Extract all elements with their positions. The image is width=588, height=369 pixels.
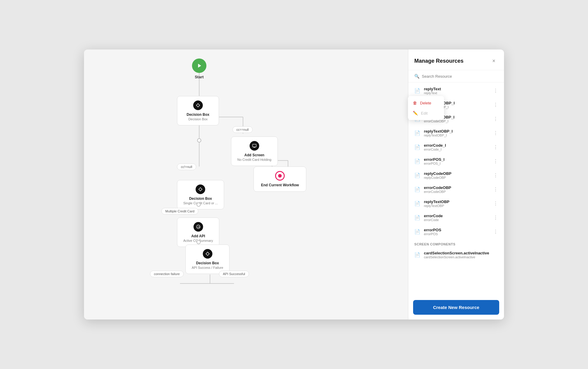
decision-box-2-title: Decision Box xyxy=(183,196,218,201)
connector-3 xyxy=(196,240,201,244)
resource-file-icon: 📄 xyxy=(414,229,420,235)
api-successful-label: API Successful xyxy=(219,271,249,277)
resource-text: errorCode_I errorCode_I xyxy=(424,143,490,151)
resource-text: errorPOS_I errorPOS_I xyxy=(424,157,490,165)
connector-2 xyxy=(196,202,201,207)
resource-item[interactable]: 📄 replyCodeOBP replyCodeOBP ⋮ xyxy=(408,168,504,182)
edit-label: Edit xyxy=(421,111,428,116)
add-screen-node[interactable]: Add Screen No Credit Card Holding xyxy=(231,136,278,166)
resource-text: errorCode errorCode xyxy=(424,214,490,222)
resource-name: errorCode_I xyxy=(424,143,490,148)
decision-box-1[interactable]: Decision Box Decision Box xyxy=(177,96,219,125)
panel-title: Manage Resources xyxy=(414,58,464,64)
workflow-svg xyxy=(84,50,408,320)
resource-more-button[interactable]: ⋮ xyxy=(493,187,498,192)
decision-icon-1 xyxy=(193,100,203,110)
resource-more-button[interactable]: ⋮ xyxy=(493,201,498,206)
resource-more-button[interactable]: ⋮ xyxy=(493,88,498,94)
end-workflow-title: End Current Workflow xyxy=(261,183,299,187)
resource-more-button[interactable]: ⋮ xyxy=(493,102,498,108)
edit-icon: ✏️ xyxy=(413,111,418,116)
resource-file-icon: 📄 xyxy=(414,158,420,164)
resource-sub: errorCodeOBP xyxy=(424,190,490,194)
resource-sub: errorCode_I xyxy=(424,148,490,151)
context-delete[interactable]: 🗑 Delete xyxy=(408,98,444,108)
start-node: Start xyxy=(192,58,206,79)
resource-file-icon: 📄 xyxy=(414,172,420,178)
resource-more-button[interactable]: ⋮ xyxy=(493,158,498,164)
resource-file-icon: 📄 xyxy=(414,130,420,136)
resource-name: errorCode xyxy=(424,214,490,218)
resource-name: errorPOS xyxy=(424,228,490,232)
resource-sub: errorPOS xyxy=(424,232,490,236)
resource-sub: replyTextOBP_I xyxy=(424,134,490,137)
start-label: Start xyxy=(195,75,204,79)
resource-more-button[interactable]: ⋮ xyxy=(493,130,498,136)
screen-component-sub: cardSelectionScreen.activeInactive xyxy=(424,255,498,259)
resource-more-button[interactable]: ⋮ xyxy=(493,172,498,178)
resource-sub: replyText xyxy=(424,91,490,95)
end-icon-inner xyxy=(278,174,282,178)
add-screen-subtitle: No Credit Card Holding xyxy=(237,158,272,161)
resource-text: replyText replyText xyxy=(424,87,490,95)
svg-marker-17 xyxy=(198,64,201,68)
canvas-area[interactable]: Start Decision Box Decision Box cc==null… xyxy=(84,50,408,320)
resource-item[interactable]: 📄 errorCode_I errorCode_I ⋮ xyxy=(408,140,504,154)
create-resource-button[interactable]: Create New Resource xyxy=(413,300,499,315)
resource-file-icon: 📄 xyxy=(414,144,420,150)
svg-text:API: API xyxy=(197,226,200,228)
resource-more-button[interactable]: ⋮ xyxy=(493,116,498,122)
resource-more-button[interactable]: ⋮ xyxy=(493,215,498,220)
resource-item[interactable]: 📄 errorPOS errorPOS ⋮ xyxy=(408,225,504,239)
screen-icon xyxy=(250,141,259,151)
resource-more-button[interactable]: ⋮ xyxy=(493,229,498,235)
panel-header: Manage Resources × xyxy=(408,50,504,70)
resource-item[interactable]: 📄 replyText replyText ⋮ xyxy=(408,84,504,98)
search-icon: 🔍 xyxy=(414,74,419,79)
resource-item[interactable]: 📄 replyTextOBP_I replyTextOBP_I ⋮ xyxy=(408,126,504,140)
context-edit[interactable]: ✏️ Edit xyxy=(408,108,444,118)
screen-component-name: cardSelectionScreen.activeInactive xyxy=(424,251,498,255)
resource-file-icon: 📄 xyxy=(414,215,420,220)
multiple-cc-label: Multiple Credit Card xyxy=(161,208,198,214)
svg-rect-18 xyxy=(253,144,256,147)
delete-icon: 🗑 xyxy=(413,100,417,105)
resource-item[interactable]: 📄 errorPOS_I errorPOS_I ⋮ xyxy=(408,154,504,168)
resource-text: errorCodeOBP errorCodeOBP xyxy=(424,185,490,194)
screen-component-icon: 📄 xyxy=(414,252,420,258)
resource-sub: errorCode xyxy=(424,218,490,222)
app-container: Start Decision Box Decision Box cc==null… xyxy=(84,50,504,320)
resource-file-icon: 📄 xyxy=(414,201,420,206)
resource-sub: replyTextOBP xyxy=(424,204,490,208)
resource-text: errorPOS errorPOS xyxy=(424,228,490,236)
screen-component-text: cardSelectionScreen.activeInactive cardS… xyxy=(424,251,498,259)
decision-box-1-subtitle: Decision Box xyxy=(183,117,213,121)
resource-sub: errorPOS_I xyxy=(424,162,490,165)
add-api-title: Add API xyxy=(183,234,213,238)
connector-1 xyxy=(197,138,201,142)
resource-name: replyText xyxy=(424,87,490,91)
screen-component-item[interactable]: 📄 cardSelectionScreen.activeInactive car… xyxy=(408,248,504,262)
decision-box-3[interactable]: Decision Box API Success / Failure xyxy=(185,244,230,274)
resource-name: errorPOS_I xyxy=(424,157,490,162)
resource-item[interactable]: 📄 replyTextOBP replyTextOBP ⋮ xyxy=(408,196,504,211)
cc-null-label-1: cc==null xyxy=(232,126,253,133)
start-icon xyxy=(192,58,206,73)
connection-failure-label: connection failure xyxy=(150,271,184,277)
resource-item[interactable]: 📄 errorCode errorCode ⋮ xyxy=(408,211,504,225)
end-icon xyxy=(275,171,285,181)
search-input[interactable] xyxy=(422,74,498,79)
screen-components: 📄 cardSelectionScreen.activeInactive car… xyxy=(408,248,504,262)
resource-item[interactable]: 📄 errorCodeOBP errorCodeOBP ⋮ xyxy=(408,182,504,196)
end-workflow-node[interactable]: End Current Workflow xyxy=(254,166,306,192)
resource-name: replyCodeOBP xyxy=(424,171,490,176)
close-button[interactable]: × xyxy=(490,57,498,65)
resource-sub: replyCodeOBP xyxy=(424,176,490,179)
resource-text: replyTextOBP_I replyTextOBP_I xyxy=(424,129,490,137)
resource-more-button[interactable]: ⋮ xyxy=(493,144,498,150)
resource-text: replyCodeOBP replyCodeOBP xyxy=(424,171,490,179)
resource-name: replyTextOBP xyxy=(424,200,490,204)
resource-file-icon: 📄 xyxy=(414,88,420,94)
resource-text: replyTextOBP replyTextOBP xyxy=(424,200,490,208)
decision-box-3-subtitle: API Success / Failure xyxy=(192,266,223,269)
